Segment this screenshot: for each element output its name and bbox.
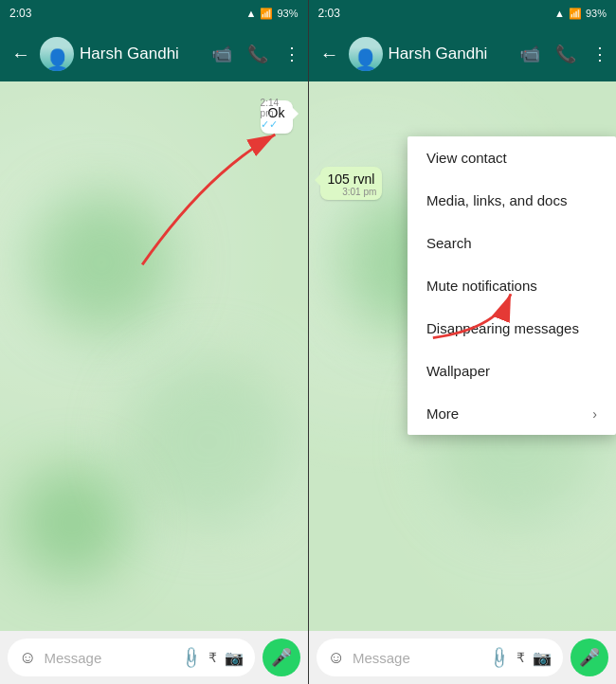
right-input-placeholder[interactable]: Message — [353, 650, 482, 666]
right-camera-icon[interactable]: 📷 — [533, 649, 552, 667]
left-message-bubble: Ok 2:14 pm ✓✓ — [261, 100, 293, 134]
left-panel: 2:03 ▲ 📶 93% ← 👤 Harsh Gandhi 📹 📞 ⋮ Ok — [0, 0, 308, 684]
right-mic-button[interactable]: 🎤 — [571, 639, 608, 676]
left-more-icon[interactable]: ⋮ — [283, 44, 300, 64]
more-chevron-icon: › — [592, 406, 597, 422]
right-video-call-icon[interactable]: 📹 — [519, 44, 540, 64]
left-time: 2:03 — [9, 7, 31, 20]
right-emoji-icon[interactable]: ☺ — [328, 648, 345, 668]
right-header-icons: 📹 📞 ⋮ — [519, 44, 608, 64]
right-contact-name[interactable]: Harsh Gandhi — [389, 45, 515, 63]
left-back-button[interactable]: ← — [8, 40, 34, 69]
left-input-field[interactable]: ☺ Message 📎 ₹ 📷 — [8, 639, 255, 676]
left-input-placeholder[interactable]: Message — [44, 650, 173, 666]
dropdown-item-search[interactable]: Search — [408, 222, 616, 264]
left-battery: 93% — [277, 8, 298, 19]
dropdown-item-more[interactable]: More › — [408, 392, 616, 435]
right-status-icons: ▲ 📶 93% — [554, 8, 607, 20]
left-emoji-icon[interactable]: ☺ — [19, 648, 36, 668]
right-signal-icon: ▲ — [554, 8, 565, 19]
left-video-call-icon[interactable]: 📹 — [211, 44, 232, 64]
left-camera-icon[interactable]: 📷 — [225, 649, 244, 667]
right-input-field[interactable]: ☺ Message 📎 ₹ 📷 — [317, 639, 564, 676]
right-more-icon[interactable]: ⋮ — [591, 44, 608, 64]
dropdown-item-disappearing[interactable]: Disappearing messages — [408, 307, 616, 350]
left-bg-blob-2 — [123, 356, 294, 527]
right-time: 2:03 — [318, 7, 340, 20]
right-msg-text: 105 rvnl — [328, 171, 375, 187]
left-bg-blob-1 — [30, 191, 172, 333]
right-attach-icon[interactable]: 📎 — [486, 644, 513, 671]
right-avatar[interactable]: 👤 — [349, 37, 383, 71]
right-panel: 2:03 ▲ 📶 93% ← 👤 Harsh Gandhi 📹 📞 ⋮ 105 … — [309, 0, 617, 684]
left-chat-bg: Ok 2:14 pm ✓✓ — [0, 81, 308, 631]
dropdown-item-view-contact[interactable]: View contact — [408, 136, 616, 179]
left-chat-header: ← 👤 Harsh Gandhi 📹 📞 ⋮ — [0, 27, 308, 81]
right-back-button[interactable]: ← — [317, 40, 343, 69]
dropdown-menu: View contact Media, links, and docs Sear… — [408, 136, 616, 435]
left-call-icon[interactable]: 📞 — [247, 44, 268, 64]
dropdown-item-wallpaper[interactable]: Wallpaper — [408, 350, 616, 392]
right-input-bar: ☺ Message 📎 ₹ 📷 🎤 — [309, 631, 617, 684]
left-avatar[interactable]: 👤 — [40, 37, 74, 71]
right-mic-icon: 🎤 — [579, 647, 600, 668]
right-avatar-icon: 👤 — [353, 50, 378, 71]
left-input-bar: ☺ Message 📎 ₹ 📷 🎤 — [0, 631, 308, 684]
right-rupee-icon[interactable]: ₹ — [516, 650, 525, 665]
left-avatar-icon: 👤 — [45, 50, 70, 71]
left-status-icons: ▲ 📶 93% — [246, 8, 299, 20]
left-contact-name[interactable]: Harsh Gandhi — [80, 45, 206, 63]
dropdown-item-media[interactable]: Media, links, and docs — [408, 179, 616, 222]
left-attach-icon[interactable]: 📎 — [178, 644, 205, 671]
left-status-bar: 2:03 ▲ 📶 93% — [0, 0, 308, 27]
right-battery: 93% — [586, 8, 607, 19]
left-mic-icon: 🎤 — [271, 647, 292, 668]
right-chat-bg: 105 rvnl 3:01 pm View contact Media, lin… — [309, 81, 617, 631]
dropdown-item-mute[interactable]: Mute notifications — [408, 264, 616, 307]
left-bg-blob-3 — [15, 466, 129, 580]
right-message-bubble: 105 rvnl 3:01 pm — [320, 167, 383, 200]
right-chat-header: ← 👤 Harsh Gandhi 📹 📞 ⋮ — [309, 27, 617, 81]
left-rupee-icon[interactable]: ₹ — [208, 650, 217, 665]
right-status-bar: 2:03 ▲ 📶 93% — [309, 0, 617, 27]
right-msg-time: 3:01 pm — [342, 187, 376, 197]
left-signal-icon: ▲ — [246, 8, 257, 19]
right-call-icon[interactable]: 📞 — [555, 44, 576, 64]
left-wifi-icon: 📶 — [260, 8, 273, 20]
left-header-icons: 📹 📞 ⋮ — [211, 44, 300, 64]
left-msg-time: 2:14 pm ✓✓ — [261, 98, 287, 131]
left-msg-ticks: ✓✓ — [261, 118, 278, 130]
right-wifi-icon: 📶 — [569, 8, 582, 20]
left-mic-button[interactable]: 🎤 — [263, 639, 300, 676]
